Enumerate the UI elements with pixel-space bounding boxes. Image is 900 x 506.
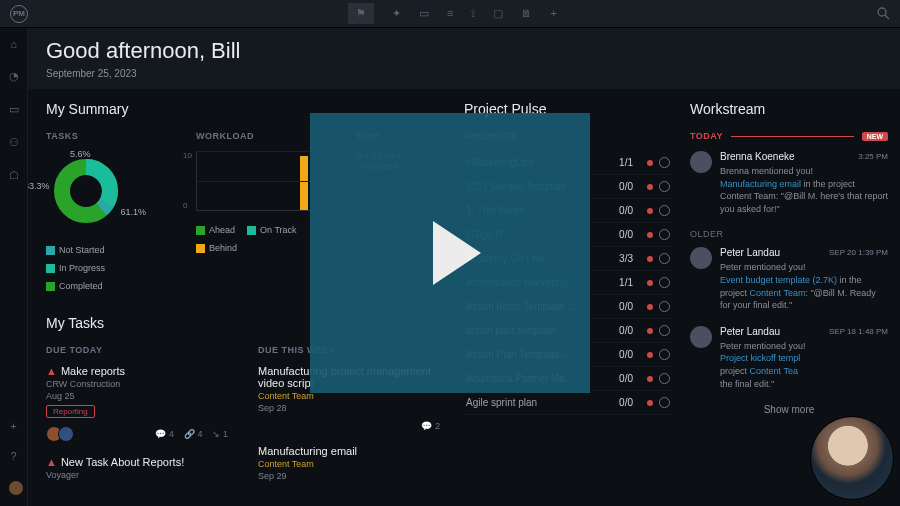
status-circle-icon[interactable] xyxy=(659,181,670,192)
workstream-item[interactable]: Peter LandauSEP 18 1:48 PM Peter mention… xyxy=(690,326,888,390)
status-circle-icon[interactable] xyxy=(659,325,670,336)
project-ratio: 0/0 xyxy=(619,325,633,336)
nav-add-icon[interactable]: + xyxy=(10,420,16,432)
workstream-item[interactable]: Brenna Koeneke3:25 PM Brenna mentioned y… xyxy=(690,151,888,215)
tab-icon-3[interactable]: ▭ xyxy=(419,7,429,20)
status-dot xyxy=(647,400,653,406)
status-circle-icon[interactable] xyxy=(659,349,670,360)
task-avatars[interactable] xyxy=(46,426,70,442)
tab-icon-7[interactable]: 🗎 xyxy=(521,7,532,20)
status-dot xyxy=(647,232,653,238)
nav-briefcase-icon[interactable]: ☖ xyxy=(9,169,19,182)
warning-icon: ▲ xyxy=(46,456,57,468)
status-dot xyxy=(647,256,653,262)
avatar xyxy=(690,151,712,173)
status-circle-icon[interactable] xyxy=(659,229,670,240)
status-circle-icon[interactable] xyxy=(659,157,670,168)
status-circle-icon[interactable] xyxy=(659,301,670,312)
status-circle-icon[interactable] xyxy=(659,205,670,216)
project-ratio: 0/0 xyxy=(619,301,633,312)
project-ratio: 0/0 xyxy=(619,229,633,240)
task-item[interactable]: Manufacturing email Content Team Sep 29 xyxy=(258,445,440,481)
project-name: Agile sprint plan xyxy=(466,397,611,408)
svg-line-1 xyxy=(885,15,889,19)
donut-pct-1: 5.6% xyxy=(70,149,91,159)
app-logo[interactable]: PM xyxy=(10,5,28,23)
project-ratio: 1/1 xyxy=(619,277,633,288)
tab-icon-2[interactable]: ✦ xyxy=(392,7,401,20)
status-dot xyxy=(647,184,653,190)
status-dot xyxy=(647,280,653,286)
task-item[interactable]: ▲New Task About Reports! Voyager xyxy=(46,456,228,480)
tab-icon-4[interactable]: ≡ xyxy=(447,7,453,20)
tab-icon-1[interactable]: ⚑ xyxy=(348,3,374,24)
page-header: Good afternoon, Bill September 25, 2023 xyxy=(28,28,900,89)
nav-help-icon[interactable]: ? xyxy=(10,450,16,462)
project-ratio: 0/0 xyxy=(619,349,633,360)
tab-icon-5[interactable]: ⟟ xyxy=(471,7,475,20)
workstream-item[interactable]: Peter LandauSEP 20 1:39 PM Peter mention… xyxy=(690,247,888,311)
project-ratio: 0/0 xyxy=(619,397,633,408)
left-nav: ⌂ ◔ ▭ ⚇ ☖ + ? xyxy=(0,28,28,506)
page-title: Good afternoon, Bill xyxy=(46,38,882,64)
avatar xyxy=(690,326,712,348)
today-label: TODAY xyxy=(690,131,723,141)
tasks-legend: Not Started In Progress Completed xyxy=(46,245,166,291)
status-circle-icon[interactable] xyxy=(659,253,670,264)
task-item[interactable]: ▲Make reports CRW Construction Aug 25 Re… xyxy=(46,365,228,442)
older-label: OLDER xyxy=(690,229,888,239)
project-ratio: 0/0 xyxy=(619,373,633,384)
search-icon[interactable] xyxy=(876,6,890,22)
tab-icon-6[interactable]: ▢ xyxy=(493,7,503,20)
svg-point-0 xyxy=(878,8,886,16)
tasks-donut-chart: 5.6% 33.3% 61.1% xyxy=(46,151,126,231)
project-ratio: 1/1 xyxy=(619,157,633,168)
comment-icon[interactable]: 💬 2 xyxy=(421,421,440,431)
nav-users-icon[interactable]: ⚇ xyxy=(9,136,19,149)
donut-pct-3: 61.1% xyxy=(120,207,146,217)
tasks-label: TASKS xyxy=(46,131,166,141)
status-dot xyxy=(647,328,653,334)
status-dot xyxy=(647,160,653,166)
warning-icon: ▲ xyxy=(46,365,57,377)
status-dot xyxy=(647,208,653,214)
status-dot xyxy=(647,376,653,382)
project-ratio: 0/0 xyxy=(619,181,633,192)
nav-folder-icon[interactable]: ▭ xyxy=(9,103,19,116)
task-tag[interactable]: Reporting xyxy=(46,405,95,418)
status-dot xyxy=(647,304,653,310)
nav-user-avatar[interactable] xyxy=(8,480,24,496)
donut-pct-2: 33.3% xyxy=(28,181,50,191)
tab-add-icon[interactable]: + xyxy=(550,7,556,20)
page-date: September 25, 2023 xyxy=(46,68,882,79)
due-today-label: DUE TODAY xyxy=(46,345,228,355)
status-circle-icon[interactable] xyxy=(659,277,670,288)
workload-legend: Ahead On Track Behind xyxy=(196,225,326,253)
new-badge: NEW xyxy=(862,132,888,141)
workstream-title: Workstream xyxy=(690,101,888,117)
project-ratio: 3/3 xyxy=(619,253,633,264)
video-play-overlay[interactable] xyxy=(310,113,590,393)
status-circle-icon[interactable] xyxy=(659,373,670,384)
nav-home-icon[interactable]: ⌂ xyxy=(10,38,17,50)
comment-icon[interactable]: 💬 4 xyxy=(155,429,174,439)
status-circle-icon[interactable] xyxy=(659,397,670,408)
play-icon xyxy=(433,221,481,285)
nav-clock-icon[interactable]: ◔ xyxy=(9,70,19,83)
attach-icon[interactable]: ↘ 1 xyxy=(212,429,228,439)
link-icon[interactable]: 🔗 4 xyxy=(184,429,203,439)
show-more-button[interactable]: Show more xyxy=(690,404,888,415)
workload-bar-chart: 100 xyxy=(196,151,326,211)
project-ratio: 0/0 xyxy=(619,205,633,216)
workload-label: WORKLOAD xyxy=(196,131,326,141)
avatar xyxy=(690,247,712,269)
today-divider xyxy=(731,136,854,137)
status-dot xyxy=(647,352,653,358)
project-row[interactable]: Agile sprint plan0/0 xyxy=(464,391,672,415)
top-tabs: ⚑ ✦ ▭ ≡ ⟟ ▢ 🗎 + xyxy=(348,7,557,20)
presenter-pip[interactable] xyxy=(810,416,894,500)
